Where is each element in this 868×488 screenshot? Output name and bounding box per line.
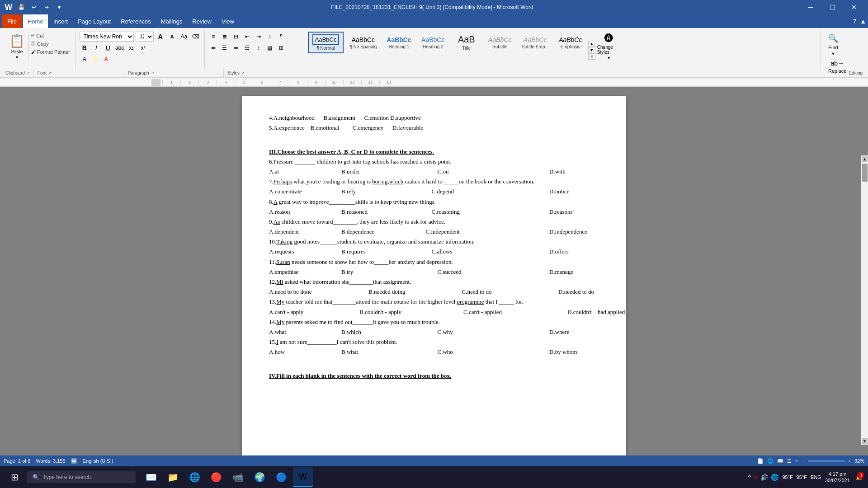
paragraph-expand[interactable]: ↗ [151,71,154,75]
shading-button[interactable]: ▤ [265,43,275,53]
grow-font-button[interactable]: A [156,32,165,42]
paste-dropdown[interactable]: ▼ [15,55,19,60]
bold-button[interactable]: B [80,43,90,53]
change-case-button[interactable]: Aa [179,32,189,42]
paste-button[interactable]: 📋 Paste ▼ [5,32,29,61]
scroll-thumb[interactable] [862,164,868,182]
review-menu[interactable]: Review [188,14,216,28]
references-menu[interactable]: References [116,14,155,28]
clock[interactable]: 4:17 pm 30/07/2021 [825,471,850,484]
page[interactable]: 4.A.neighbourhood B.assignment C.emotion… [242,96,626,455]
underline-button[interactable]: U [103,43,113,53]
style-heading2[interactable]: AaBbCc Heading 2 [417,34,449,52]
change-styles-dropdown[interactable]: ▼ [607,56,611,60]
font-color-button[interactable]: A [101,54,111,64]
network-icon[interactable]: 🌐 [771,474,778,481]
file-menu[interactable]: File [2,14,22,28]
subscript-button[interactable]: x₂ [127,43,137,53]
strikethrough-button[interactable]: abc [115,43,125,53]
align-right-button[interactable]: ➡ [231,43,241,53]
styles-scroll-more[interactable]: ≡ [588,53,595,60]
layout-draft-icon[interactable]: ≡ [795,458,798,464]
volume-icon[interactable]: 🔊 [760,474,768,481]
numbered-list-button[interactable]: ≣ [220,32,230,42]
replace-button[interactable]: ab→ Replace [825,58,850,75]
bullets-button[interactable]: ≡ [208,32,218,42]
clear-format-button[interactable]: ⌫ [191,32,201,42]
sort-button[interactable]: ↕ [265,32,275,42]
view-menu[interactable]: View [217,14,239,28]
text-effect-button[interactable]: A [80,54,90,64]
zoom-slider[interactable] [808,460,844,462]
styles-scroll-down[interactable]: ▼ [588,47,595,53]
align-left-button[interactable]: ⬅ [208,43,218,53]
ribbon-collapse-icon[interactable]: ▲ [860,18,866,25]
insert-menu[interactable]: Insert [49,14,73,28]
notification-center[interactable]: 🔔 3 [854,472,864,483]
vertical-scrollbar[interactable]: ▲ ▼ [861,155,868,445]
taskbar-chrome2[interactable]: 🔵 [271,467,291,487]
up-arrow-icon[interactable]: ^ [748,474,751,481]
page-layout-menu[interactable]: Page Layout [73,14,115,28]
lang-indicator[interactable]: ENG [811,474,821,480]
style-no-spacing[interactable]: AaBbCc ¶ No Spacing [345,34,381,52]
start-button[interactable]: ⊞ [4,466,25,488]
taskbar-office[interactable]: 🔴 [206,467,226,487]
find-button[interactable]: 🔍 Find ▼ [825,32,842,58]
shrink-font-button[interactable]: A [167,32,177,42]
justify-button[interactable]: ☷ [242,43,252,53]
cut-button[interactable]: ✂ Cut [29,32,72,39]
layout-outline-icon[interactable]: ☰ [787,458,792,464]
multilevel-list-button[interactable]: ⊟ [231,32,241,42]
redo-quick-btn[interactable]: ↪ [42,2,52,12]
align-center-button[interactable]: ☰ [220,43,230,53]
minimize-button[interactable]: ─ [800,0,821,14]
save-quick-btn[interactable]: 💾 [16,2,26,12]
taskbar-edge[interactable]: 🌐 [184,467,204,487]
style-normal[interactable]: AaBbCc ¶ Normal [308,32,344,53]
font-expand[interactable]: ↗ [48,71,52,75]
font-size-selector[interactable]: 12 [136,32,154,42]
scroll-up-button[interactable]: ▲ [862,156,868,162]
taskbar-chrome1[interactable]: 🌍 [250,467,269,487]
taskbar-mail[interactable]: ✉️ [141,467,161,487]
taskbar-zoom[interactable]: 📹 [228,467,248,487]
home-menu[interactable]: Home [23,14,48,28]
layout-reading-icon[interactable]: 📖 [777,458,783,464]
borders-button[interactable]: ⊞ [276,43,286,53]
increase-indent-button[interactable]: ⇥ [254,32,264,42]
style-title[interactable]: AaB Title [451,32,482,53]
copy-button[interactable]: ⿻ Copy [29,40,72,47]
styles-expand[interactable]: ↗ [241,71,245,75]
zoom-out-button[interactable]: − [802,458,804,464]
taskbar-word[interactable]: W [293,467,313,487]
styles-scroll-up[interactable]: ▲ [588,41,595,47]
decrease-indent-button[interactable]: ⇤ [242,32,252,42]
customize-quick-access[interactable]: ▼ [54,2,64,12]
show-formatting-button[interactable]: ¶ [276,32,286,42]
scroll-down-button[interactable]: ▼ [862,438,868,444]
style-subtle-emphasis[interactable]: AaBbCc Subtle Emp... [518,34,553,52]
clipboard-expand[interactable]: ↗ [27,71,30,75]
highlight-button[interactable]: A [90,54,100,64]
superscript-button[interactable]: x² [138,43,148,53]
maximize-button[interactable]: ☐ [822,0,843,14]
close-button[interactable]: ✕ [844,0,864,14]
search-bar[interactable]: 🔍 Type here to search [27,471,136,483]
layout-print-icon[interactable]: 📄 [757,458,764,464]
format-painter-button[interactable]: 🖌 Format Painter [29,48,72,56]
help-icon[interactable]: ? [853,18,856,25]
document-area[interactable]: 4.A.neighbourhood B.assignment C.emotion… [0,87,868,455]
style-emphasis[interactable]: AaBbCc Emphasis [555,34,586,52]
style-subtitle[interactable]: AaBbCc Subtitle [484,34,516,52]
line-spacing-button[interactable]: ↕ [254,43,264,53]
mailings-menu[interactable]: Mailings [156,14,187,28]
layout-web-icon[interactable]: 🌐 [767,458,774,464]
zoom-in-button[interactable]: + [848,458,851,464]
change-styles-button[interactable]: 🅐 Change Styles ▼ [595,32,623,62]
taskbar-explorer[interactable]: 📁 [163,467,183,487]
language-info[interactable]: English (U.S.) [83,458,113,464]
italic-button[interactable]: I [91,43,101,53]
font-selector[interactable]: Times New Ron [80,32,134,42]
undo-quick-btn[interactable]: ↩ [29,2,39,12]
